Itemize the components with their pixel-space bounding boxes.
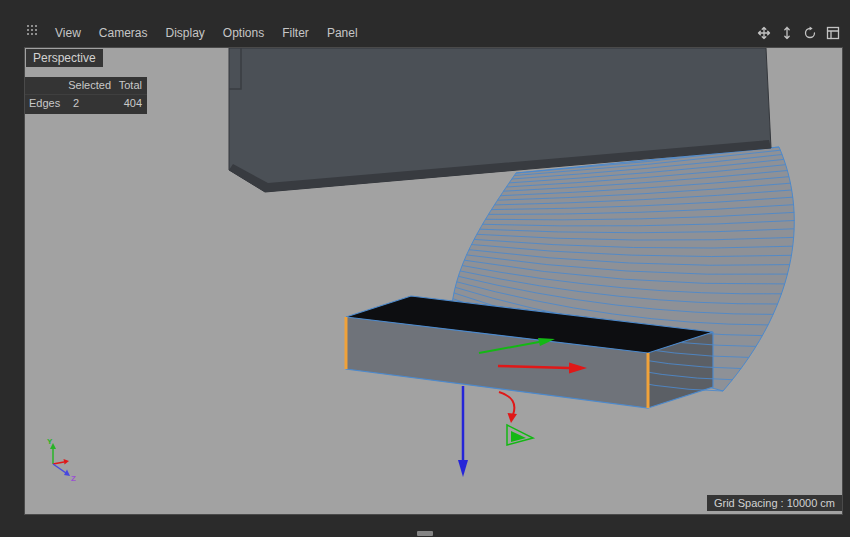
hud-header-selected: Selected — [67, 77, 111, 94]
hud-edges-row: Edges 2 404 — [25, 95, 147, 112]
grid-spacing-label: Grid Spacing : 10000 cm — [707, 495, 842, 511]
perspective-viewport[interactable]: Y Z Perspective Selected Total Edges 2 4… — [24, 47, 843, 515]
app-window: View Cameras Display Options Filter Pane… — [0, 0, 850, 537]
menu-display[interactable]: Display — [156, 26, 213, 41]
viewport-menu-bar: View Cameras Display Options Filter Pane… — [0, 0, 850, 47]
camera-view-label[interactable]: Perspective — [26, 49, 103, 67]
axis-z-arrow — [53, 464, 66, 473]
menu-view[interactable]: View — [46, 26, 90, 41]
hud-header-row: Selected Total — [25, 77, 147, 95]
menu-grip-icon[interactable] — [26, 22, 38, 40]
menu-filter[interactable]: Filter — [273, 26, 318, 41]
axis-z-label: Z — [71, 474, 76, 483]
pan-view-icon[interactable] — [757, 26, 771, 40]
gizmo-bend-arrowhead[interactable] — [508, 413, 518, 423]
axis-x-arrowhead — [64, 459, 70, 465]
hud-row-label: Edges — [25, 95, 67, 112]
axis-y-label: Y — [47, 437, 53, 446]
menu-options[interactable]: Options — [214, 26, 273, 41]
axis-x-arrow — [53, 462, 64, 464]
gizmo-bend-handle[interactable] — [499, 392, 514, 415]
rotate-view-icon[interactable] — [803, 26, 817, 40]
viewport-nav-icons — [757, 26, 840, 40]
panel-splitter-handle[interactable] — [417, 531, 433, 536]
toggle-layout-view-icon[interactable] — [826, 26, 840, 40]
gizmo-y-arrowhead[interactable] — [458, 460, 468, 477]
menu-cameras[interactable]: Cameras — [90, 26, 157, 41]
viewport-canvas[interactable]: Y Z — [25, 48, 842, 514]
menu-panel[interactable]: Panel — [318, 26, 367, 41]
selection-info-hud: Selected Total Edges 2 404 — [25, 77, 147, 114]
world-axis-indicator: Y Z — [47, 437, 76, 483]
hud-header-spacer — [25, 77, 67, 94]
hud-selected-count: 2 — [67, 95, 111, 112]
hud-total-count: 404 — [111, 95, 147, 112]
gizmo-plane-handle[interactable] — [507, 425, 533, 445]
dolly-view-icon[interactable] — [780, 26, 794, 40]
hud-header-total: Total — [111, 77, 147, 94]
